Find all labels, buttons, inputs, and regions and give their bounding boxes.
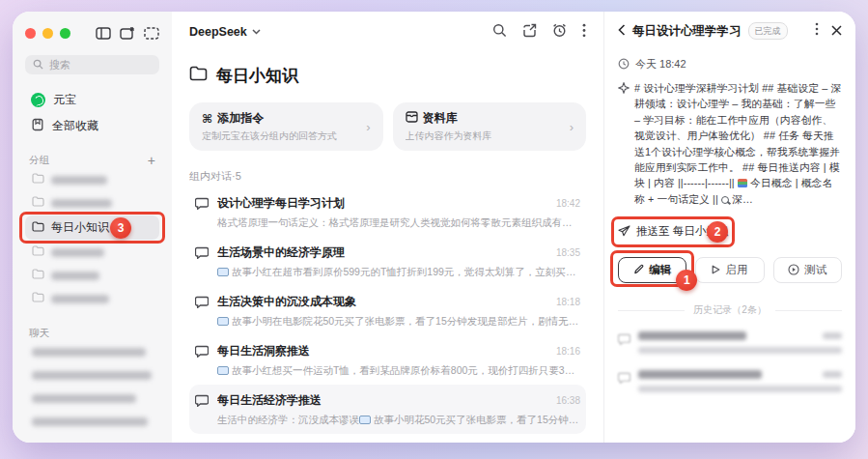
task-detail-panel: 每日设计心理学学习 已完成 今天 18:42 # 设计心理学深耕学习计划 ## … [604, 12, 855, 443]
close-window-button[interactable] [25, 28, 36, 39]
group-title: 每日小知识 [216, 65, 298, 87]
conversation-row[interactable]: 生活决策中的沉没成本现象18:18 故事小明在电影院花50元买了张电影票，看了1… [189, 286, 586, 335]
conversation-row[interactable]: 生活场景中的经济学原理18:35 故事小红在超市看到原价599元的T恤打折到19… [189, 237, 586, 286]
conversation-time: 18:42 [546, 198, 580, 209]
group-item-blurred[interactable] [25, 287, 159, 310]
annotation-badge-2: 2 [707, 221, 728, 243]
toggle-sidebar-icon[interactable] [96, 27, 111, 40]
task-prompt-text: # 设计心理学深耕学习计划 ## 基础设定 – 深耕领域：设计心理学 – 我的基… [618, 80, 842, 207]
zoom-window-button[interactable] [60, 28, 70, 39]
chevron-right-icon: › [562, 120, 574, 134]
group-item-blurred[interactable] [25, 264, 159, 287]
conversation-preview: 故事小红想买一件运动T恤，看到某品牌原价标着800元，现价打四折只要320元。她… [217, 364, 580, 378]
chat-bubble-icon [195, 343, 209, 378]
knowledge-base-card[interactable]: 资料库 上传内容作为资料库 › [393, 102, 587, 151]
minimize-window-button[interactable] [42, 28, 53, 39]
group-panel: DeepSeek 每日小知识 ⌘ [172, 12, 604, 443]
folder-icon [32, 173, 44, 186]
folder-icon [32, 269, 44, 282]
edit-button[interactable]: 编辑 1 [618, 257, 686, 283]
app-window: 搜索 元宝 全部收藏 分组 + [13, 12, 855, 443]
group-item-blurred[interactable] [25, 191, 159, 215]
conversation-title: 生活场景中的经济学原理 [217, 244, 345, 261]
sidebar-item-label: 全部收藏 [52, 118, 98, 134]
conversation-list-label: 组内对话·5 [189, 169, 586, 184]
search-placeholder: 搜索 [49, 58, 70, 72]
sidebar-item-yuanbao[interactable]: 元宝 [25, 87, 159, 113]
fullscreen-icon[interactable] [144, 27, 159, 40]
chats-section-label: 聊天 [29, 327, 49, 340]
card-title-text: 资料库 [423, 110, 458, 127]
sidebar-item-favorites[interactable]: 全部收藏 [25, 113, 159, 139]
magnifier-icon [721, 196, 729, 204]
folder-icon [32, 196, 44, 210]
chat-bubble-icon [195, 392, 209, 427]
new-window-icon[interactable] [120, 27, 135, 40]
conversation-time: 18:35 [546, 247, 580, 258]
conversation-preview: 格式塔原理一句话定义：格式塔原理是研究人类视觉如何将零散元素组织成有意义的整体的… [217, 216, 580, 230]
books-icon [738, 179, 747, 187]
search-conversation-icon[interactable] [492, 23, 507, 42]
model-selector[interactable]: DeepSeek [189, 25, 261, 39]
folder-icon [32, 221, 44, 235]
history-item-blurred[interactable] [618, 370, 842, 392]
conversation-time: 18:16 [546, 346, 580, 357]
book-icon [217, 317, 229, 326]
more-options-icon[interactable] [582, 23, 586, 42]
card-subtitle: 上传内容作为资料库 [406, 129, 492, 143]
enable-button-label: 启用 [725, 263, 747, 277]
play-icon [712, 265, 720, 276]
add-instruction-card[interactable]: ⌘ 添加指令 定制元宝在该分组内的回答方式 › [189, 102, 383, 151]
yuanbao-logo-icon [31, 93, 45, 107]
share-icon[interactable] [522, 23, 537, 42]
history-item-blurred[interactable] [618, 331, 842, 354]
group-item-label: 每日小知识 [51, 219, 109, 236]
enable-button[interactable]: 启用 [695, 257, 764, 283]
history-label: 历史记录（2条） [693, 303, 767, 317]
history-list [618, 331, 842, 409]
chat-bubble-icon [195, 244, 209, 279]
schedule-task-icon[interactable] [552, 23, 567, 42]
group-item-blurred[interactable] [25, 168, 159, 191]
chat-bubble-icon [618, 370, 630, 392]
desktop-background: 搜索 元宝 全部收藏 分组 + [0, 0, 868, 459]
conversation-preview: 故事小明在电影院花50元买了张电影票，看了15分钟发现是部烂片，剧情无聊、演技尴… [217, 315, 580, 329]
circled-play-icon [788, 264, 799, 277]
conversation-title: 每日生活洞察推送 [217, 343, 310, 359]
annotation-badge-1: 1 [676, 270, 697, 291]
bookmark-icon [31, 118, 44, 134]
push-target-row[interactable]: 推送至 每日小知识 2 [618, 222, 728, 241]
chat-list [25, 340, 159, 433]
status-badge: 已完成 [748, 22, 788, 40]
conversation-row[interactable]: 每日生活洞察推送18:16 故事小红想买一件运动T恤，看到某品牌原价标着800元… [189, 335, 586, 385]
test-button[interactable]: 测试 [773, 257, 842, 283]
card-subtitle: 定制元宝在该分组内的回答方式 [202, 129, 337, 143]
more-options-icon[interactable] [815, 22, 819, 40]
chat-bubble-icon [618, 331, 630, 354]
group-item-blurred[interactable] [25, 241, 159, 264]
prompt-sparkle-icon [618, 82, 630, 98]
group-list: 每日小知识 3 [25, 168, 159, 310]
pencil-icon [633, 264, 644, 276]
conversation-time: 18:18 [546, 297, 580, 307]
chat-item-blurred[interactable] [25, 340, 159, 363]
search-icon [33, 59, 43, 72]
sidebar: 搜索 元宝 全部收藏 分组 + [13, 12, 172, 443]
command-icon: ⌘ [202, 112, 212, 126]
history-divider: 历史记录（2条） [618, 303, 842, 317]
add-group-button[interactable]: + [148, 153, 155, 168]
back-icon[interactable] [618, 22, 626, 40]
group-folder-icon [189, 66, 208, 86]
chat-item-blurred[interactable] [25, 410, 159, 433]
group-item-daily-knowledge[interactable]: 每日小知识 3 [25, 215, 159, 240]
chat-item-blurred[interactable] [25, 363, 159, 387]
book-icon [217, 366, 229, 375]
window-controls [25, 28, 70, 39]
conversation-time: 16:38 [546, 395, 580, 406]
conversation-row[interactable]: 每日生活经济学推送16:38 生活中的经济学：沉没成本谬误 故事小明花50元买了… [189, 385, 586, 434]
archive-box-icon [406, 111, 418, 126]
search-input[interactable]: 搜索 [25, 55, 159, 74]
chat-item-blurred[interactable] [25, 387, 159, 410]
conversation-row[interactable]: 设计心理学每日学习计划18:42 格式塔原理一句话定义：格式塔原理是研究人类视觉… [189, 187, 586, 237]
close-panel-icon[interactable] [831, 22, 842, 40]
